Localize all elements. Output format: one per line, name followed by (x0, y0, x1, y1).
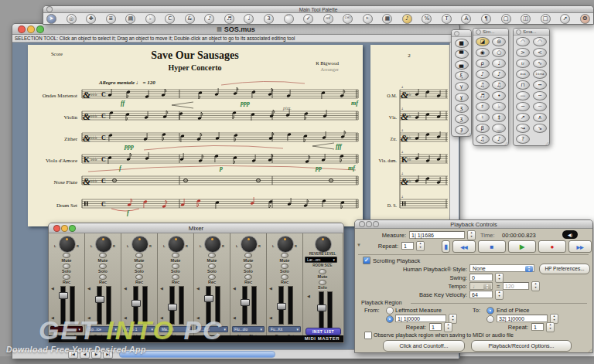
expression-tool-button[interactable]: mf (323, 14, 333, 24)
close-button[interactable] (516, 29, 521, 35)
dashed-bracket-button[interactable]: ┅ (533, 80, 547, 90)
skip-to-start-button[interactable]: ▮ (442, 240, 450, 253)
close-button[interactable] (46, 6, 53, 12)
solo-button[interactable]: Solo (85, 269, 121, 274)
dashed-line-button[interactable]: ┄ (533, 91, 547, 100)
staff-tool-button[interactable]: ≣ (106, 14, 116, 24)
sixty-fourth-rest-button[interactable]: ӡ (455, 114, 469, 124)
solo-led[interactable] (63, 264, 70, 269)
whole-note-button[interactable]: ○ (492, 48, 506, 57)
hundred-twenty-eighth-rest-button[interactable]: ҙ (455, 125, 469, 134)
rec-led[interactable] (281, 274, 288, 280)
bass-clef-tool-button[interactable]: 9: (363, 14, 373, 24)
solo-led[interactable] (135, 264, 143, 269)
fall-button[interactable]: ↘ (533, 124, 547, 133)
solo-button[interactable]: Solo (49, 269, 84, 274)
solo-button[interactable]: Solo (230, 269, 266, 274)
close-button[interactable] (454, 31, 459, 36)
solo-button[interactable]: Solo (121, 269, 157, 274)
rec-led[interactable] (208, 274, 216, 280)
mute-button[interactable]: Mute (230, 258, 266, 263)
fader-handle[interactable] (277, 303, 286, 310)
mute-led[interactable] (63, 253, 70, 258)
natural-button[interactable]: ♮ (476, 113, 490, 122)
patch-select[interactable]: Fu...Kit▾ (268, 326, 301, 332)
half-sharp-button[interactable]: ‡ (492, 113, 506, 122)
sixteenth-rest-button[interactable]: ɣ (455, 93, 469, 102)
resize-grip-icon[interactable]: ◿ (545, 141, 548, 145)
speedy-entry-tool-button[interactable]: ♬ (224, 14, 234, 24)
eraser-button[interactable]: ◪ (476, 37, 490, 46)
velocity-field[interactable]: 64 (469, 291, 493, 298)
pan-knob[interactable] (241, 236, 258, 253)
score-page-2[interactable]: 2O.M.4&♭♭Vla.4&♭♭Ztr.4&♭♭Vla. dam.4K♭♭4&… (370, 45, 451, 226)
fast-forward-button[interactable]: ▶▶ (568, 240, 592, 253)
lyrics-tool-button[interactable]: A (461, 14, 471, 24)
tuplet-button[interactable]: ♫ (476, 134, 490, 144)
tuplet-t-tool-button[interactable]: T (442, 14, 452, 24)
slur-down-button[interactable]: ◠ (516, 37, 530, 46)
fader-handle[interactable] (241, 299, 250, 306)
resize-grip-icon[interactable]: ◿ (588, 347, 592, 352)
room-size-select[interactable]: Lar...om▾ (305, 257, 337, 263)
mute-button[interactable]: Mute (267, 258, 302, 263)
mute-button[interactable]: Mute (85, 258, 121, 263)
quarter-rest-button[interactable]: ξ (455, 71, 469, 80)
chord-tool-button[interactable]: CM7 (343, 14, 353, 24)
to-measure-radio[interactable] (486, 315, 494, 323)
minimize-button[interactable] (61, 225, 68, 232)
rec-button[interactable]: Rec (85, 280, 121, 284)
rec-button[interactable]: Rec (121, 280, 157, 284)
tie-button[interactable]: ‿ (492, 124, 506, 133)
time-signature-tool-button[interactable]: C (165, 14, 175, 24)
solo-button[interactable]: Solo (267, 269, 302, 274)
rec-led[interactable] (63, 274, 70, 280)
inst-list-button[interactable]: INST LIST (306, 328, 341, 335)
fader-track[interactable] (327, 291, 333, 330)
scoop-button[interactable]: ↝ (516, 124, 530, 133)
help-button[interactable]: ? (516, 134, 530, 144)
repeat-from-field[interactable]: 1 (429, 323, 442, 331)
selection-tool-button[interactable]: ➤ (46, 14, 56, 24)
wavy-line-button[interactable]: ∿ (533, 59, 547, 68)
whole-rest-button[interactable]: ▀ (455, 49, 469, 59)
page-layout-tool-button[interactable]: ▢ (501, 14, 511, 24)
pan-knob[interactable] (168, 236, 185, 253)
smart-palette-titlebar[interactable]: Sma... (514, 29, 549, 36)
zoom-tool-button[interactable]: ◎ (67, 14, 77, 24)
fader-handle[interactable] (131, 300, 141, 307)
rec-button[interactable]: Rec (230, 280, 266, 284)
half-rest-button[interactable]: ▄ (455, 60, 469, 70)
half-flat-button[interactable]: β (476, 124, 490, 133)
close-button[interactable] (53, 225, 60, 232)
pan-knob[interactable] (277, 236, 294, 253)
leftmost-measure-radio[interactable] (386, 307, 394, 315)
solid-line-button[interactable]: — (516, 91, 530, 100)
solo-button[interactable]: Solo (158, 269, 193, 274)
beamed-eighth-button[interactable]: ♫ (476, 80, 490, 90)
fader-handle[interactable] (168, 304, 177, 311)
midi-note-tool-button[interactable]: ♪ (402, 14, 412, 24)
trill-button[interactable]: tr (516, 59, 530, 68)
disclosure-triangle-icon[interactable]: ▼ (357, 243, 361, 247)
slur-up-button[interactable]: ◠ (533, 37, 547, 46)
mute-button[interactable]: Mute (158, 258, 193, 263)
crescendo-button[interactable]: < (533, 48, 547, 57)
repeat-to-field[interactable]: 1 (531, 323, 544, 331)
line-button[interactable]: ─ (516, 102, 530, 111)
tool-palette-titlebar[interactable]: Main Tool Palette (43, 6, 593, 13)
observe-region-checkbox[interactable] (364, 332, 372, 339)
resize-grip-icon[interactable]: ◿ (467, 131, 470, 136)
mute-button[interactable]: Mute (303, 274, 342, 279)
mute-led[interactable] (281, 253, 288, 258)
pan-knob[interactable] (131, 236, 148, 253)
rec-led[interactable] (244, 274, 252, 280)
measure-number-tool-button[interactable]: ▦ (382, 14, 392, 24)
hat-button[interactable]: ∧ (533, 113, 547, 122)
solo-led[interactable] (208, 264, 216, 269)
end-of-piece-radio[interactable] (486, 307, 494, 315)
solo-led[interactable] (319, 280, 326, 285)
tempo-note-select[interactable]: ♩▲▼ (469, 282, 493, 290)
zoom-window-button[interactable] (373, 221, 379, 227)
augmentation-dot-button[interactable]: • (492, 91, 506, 100)
